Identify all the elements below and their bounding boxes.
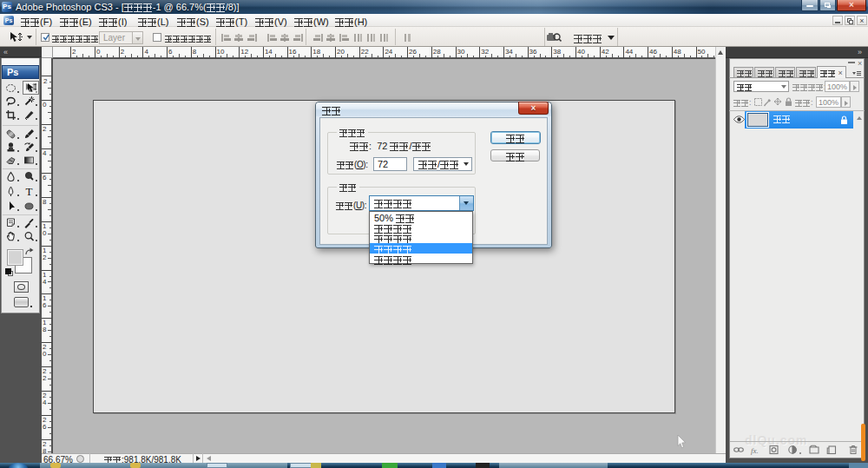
svg-text:fx.: fx. xyxy=(751,446,759,455)
svg-text:T: T xyxy=(26,186,33,197)
